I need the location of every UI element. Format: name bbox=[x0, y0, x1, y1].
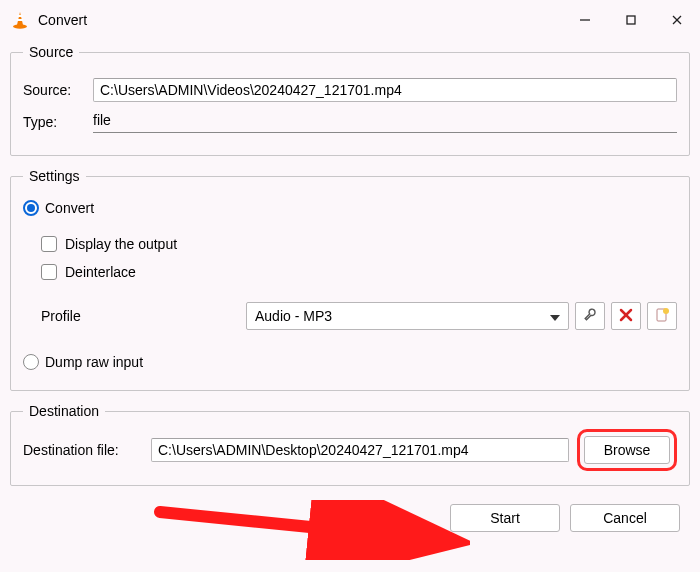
destination-label: Destination file: bbox=[23, 442, 143, 458]
dialog-button-row: Start Cancel bbox=[10, 498, 690, 532]
svg-point-3 bbox=[13, 24, 27, 28]
radio-dot-icon bbox=[23, 200, 39, 216]
svg-rect-5 bbox=[627, 16, 635, 24]
titlebar: Convert bbox=[0, 0, 700, 40]
checkbox-box-icon bbox=[41, 264, 57, 280]
chevron-down-icon bbox=[550, 308, 560, 324]
new-profile-button[interactable] bbox=[647, 302, 677, 330]
vlc-cone-icon bbox=[10, 10, 30, 30]
checkbox-box-icon bbox=[41, 236, 57, 252]
display-output-checkbox[interactable]: Display the output bbox=[41, 236, 177, 252]
wrench-icon bbox=[582, 307, 598, 326]
radio-dot-icon bbox=[23, 354, 39, 370]
close-button[interactable] bbox=[654, 0, 700, 40]
maximize-button[interactable] bbox=[608, 0, 654, 40]
source-label: Source: bbox=[23, 82, 93, 98]
svg-marker-0 bbox=[17, 12, 23, 25]
settings-legend: Settings bbox=[23, 168, 86, 184]
deinterlace-label: Deinterlace bbox=[65, 264, 136, 280]
source-input[interactable] bbox=[93, 78, 677, 102]
minimize-button[interactable] bbox=[562, 0, 608, 40]
cancel-button[interactable]: Cancel bbox=[570, 504, 680, 532]
source-group: Source Source: Type: file bbox=[10, 44, 690, 156]
start-button[interactable]: Start bbox=[450, 504, 560, 532]
profile-label: Profile bbox=[41, 308, 246, 324]
deinterlace-checkbox[interactable]: Deinterlace bbox=[41, 264, 136, 280]
convert-radio-label: Convert bbox=[45, 200, 94, 216]
delete-profile-button[interactable] bbox=[611, 302, 641, 330]
profile-select-value: Audio - MP3 bbox=[255, 308, 332, 324]
destination-legend: Destination bbox=[23, 403, 105, 419]
dump-raw-radio[interactable]: Dump raw input bbox=[23, 354, 143, 370]
window-controls bbox=[562, 0, 700, 40]
destination-input[interactable] bbox=[151, 438, 569, 462]
new-document-icon bbox=[654, 307, 670, 326]
svg-rect-2 bbox=[17, 19, 23, 21]
svg-point-12 bbox=[663, 308, 669, 314]
source-legend: Source bbox=[23, 44, 79, 60]
display-output-label: Display the output bbox=[65, 236, 177, 252]
window-title: Convert bbox=[38, 12, 562, 28]
browse-button[interactable]: Browse bbox=[584, 436, 670, 464]
profile-select[interactable]: Audio - MP3 bbox=[246, 302, 569, 330]
destination-group: Destination Destination file: Browse bbox=[10, 403, 690, 486]
convert-radio[interactable]: Convert bbox=[23, 200, 94, 216]
dump-raw-label: Dump raw input bbox=[45, 354, 143, 370]
annotation-highlight: Browse bbox=[577, 429, 677, 471]
x-red-icon bbox=[619, 308, 633, 325]
type-label: Type: bbox=[23, 114, 93, 130]
svg-rect-1 bbox=[18, 15, 23, 17]
svg-marker-8 bbox=[550, 315, 560, 321]
dialog-content: Source Source: Type: file Settings Conve… bbox=[0, 44, 700, 542]
edit-profile-button[interactable] bbox=[575, 302, 605, 330]
type-value: file bbox=[93, 110, 677, 133]
settings-group: Settings Convert Display the output Dein… bbox=[10, 168, 690, 391]
